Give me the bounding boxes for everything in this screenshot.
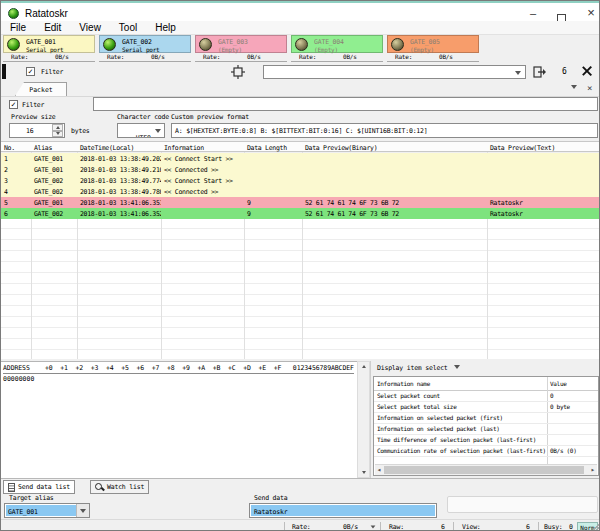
maximize-button[interactable] [549,6,573,21]
target-alias-value: GATE_001 [8,508,38,516]
raw-value: 6 [441,523,445,531]
menu-edit[interactable]: Edit [35,21,70,34]
cell-datetime: 2018-01-03 13:41:06.351 [77,197,161,208]
tab-send-data-list[interactable]: Send data list [3,480,75,494]
send-button[interactable] [447,496,598,513]
menu-file[interactable]: File [1,21,35,34]
scroll-right-icon[interactable]: ▸ [591,467,595,474]
combo-arrow-button[interactable] [76,504,89,517]
table-row[interactable]: 6GATE_0022018-01-03 13:41:06.352952 61 7… [1,208,600,219]
charcode-combobox[interactable]: UTF8 [117,123,165,138]
rate-dropdown-icon[interactable] [371,525,376,528]
export-icon[interactable] [533,66,547,78]
clear-filter-x-icon[interactable] [581,65,592,76]
col-information[interactable]: Information [161,142,244,153]
col-alias[interactable]: Alias [31,142,77,153]
cell-datetime: 2018-01-03 13:38:49.780 [77,186,161,197]
toolbar-grip[interactable] [2,64,6,79]
send-data-input[interactable]: Ratatoskr [249,503,437,518]
spin-up-icon [56,126,60,129]
display-item-table: Information name Value Select packet cou… [373,376,599,476]
cell-datetime: 2018-01-03 13:38:49.210 [77,164,161,175]
cell-info: << Connect Start >> [161,153,244,164]
gate-card-002[interactable]: GATE_002 Serial port [99,35,191,53]
cell-alias: GATE_002 [31,208,77,219]
cell-text [487,164,600,175]
hex-vertical-scrollbar[interactable] [357,361,370,478]
toolbar-filter-checkbox[interactable]: ✓ [26,67,35,76]
gate-rate: Rate:0B/s [291,53,383,62]
scroll-up-icon[interactable] [362,365,366,368]
preview-size-input[interactable]: 16 [9,123,65,138]
document-icon [8,483,15,492]
cell-text [487,175,600,186]
gate-subtitle: (Empty) [218,46,242,53]
display-row[interactable]: Communication rate of selection packet (… [374,445,598,457]
target-alias-combobox[interactable]: GATE_001 [4,503,90,518]
tab-packet[interactable]: Packet [15,82,67,96]
tab-close-icon[interactable]: × [587,83,592,93]
table-row[interactable]: 1GATE_0012018-01-03 13:38:49.202<< Conne… [1,153,600,164]
display-item-panel: Display item select Information name Val… [371,361,600,478]
gate-rate: Rate:0B/s [195,53,287,62]
col-preview-text[interactable]: Data Preview(Text) [487,142,600,153]
table-row[interactable]: 2GATE_0012018-01-03 13:38:49.210<< Conne… [1,164,600,175]
display-horizontal-scrollbar[interactable]: ◂ ▸ [375,464,597,475]
table-header[interactable]: No. Alias DateTime(Local) Information Da… [1,141,600,152]
display-item-select-dropdown[interactable]: Display item select [377,364,460,372]
cell-no: 1 [1,153,31,164]
table-row[interactable]: 5GATE_0012018-01-03 13:41:06.351952 61 7… [1,197,600,208]
format-input[interactable]: A: $[HEXTEXT:BYTE:0:8] B: $[BITTEXT:BIT:… [171,123,598,138]
info-value [547,434,598,445]
table-row[interactable]: 4GATE_0022018-01-03 13:38:49.780<< Conne… [1,186,600,197]
gate-subtitle: Serial port [26,46,64,53]
chevron-down-icon [155,129,161,133]
packet-filter-checkbox[interactable]: ✓ [9,100,18,109]
scroll-left-icon[interactable]: ◂ [377,467,381,474]
info-name: Time difference of selection packet (las… [374,434,547,445]
table-row[interactable]: 3GATE_0022018-01-03 13:38:49.774<< Conne… [1,175,600,186]
cell-no: 5 [1,197,31,208]
col-datetime[interactable]: DateTime(Local) [77,142,161,153]
view-value: 6 [526,523,530,531]
tab-dropdown-icon[interactable] [571,85,577,89]
chevron-down-icon [515,71,521,75]
spin-down-button[interactable] [52,131,63,138]
gate-card-001[interactable]: GATE_001 Serial port [3,35,95,53]
col-preview-binary[interactable]: Data Preview(Binary) [302,142,487,153]
close-button[interactable]: × [579,6,600,21]
cell-datetime: 2018-01-03 13:41:06.352 [77,208,161,219]
tab-watch-list[interactable]: Watch list [90,480,149,494]
menu-help[interactable]: Help [146,21,185,34]
menu-tool[interactable]: Tool [110,21,146,34]
charcode-label: Character code [117,113,169,121]
gate-card-004[interactable]: GATE_004 (Empty) [291,35,383,53]
menu-bar: File Edit View Tool Help [1,21,599,35]
minimize-button[interactable]: – [521,6,545,21]
menu-view[interactable]: View [70,21,110,34]
resize-grip[interactable] [591,522,600,531]
hex-viewer[interactable]: ADDRESS +0 +1 +2 +3 +4 +5 +6 +7 +8 +9 +A… [1,361,357,478]
col-no[interactable]: No. [1,142,31,153]
col-datalength[interactable]: Data Length [244,142,302,153]
scrollbar-thumb[interactable] [384,466,584,474]
gate-card-005[interactable]: GATE_005 (Empty) [387,35,479,53]
rate-value: 0B/s [343,523,358,531]
cell-datetime: 2018-01-03 13:38:49.202 [77,153,161,164]
cell-text [487,186,600,197]
pick-target-icon[interactable] [231,65,245,79]
cell-alias: GATE_001 [31,153,77,164]
busy-label: Busy: [544,523,563,531]
cell-info: << Connected >> [161,164,244,175]
display-col-value: Value [547,377,598,390]
hex-first-address: 00000000 [3,375,34,383]
busy-value: 0 [569,523,573,531]
cell-len [244,175,302,186]
scroll-down-icon[interactable] [362,471,366,474]
packet-filter-input[interactable] [93,97,598,111]
packet-filter-label: Filter [22,101,44,109]
toolbar-filter-combobox[interactable] [263,65,526,79]
gate-card-003[interactable]: GATE_003 (Empty) [195,35,287,53]
cell-len [244,164,302,175]
magnifier-icon [95,483,104,492]
